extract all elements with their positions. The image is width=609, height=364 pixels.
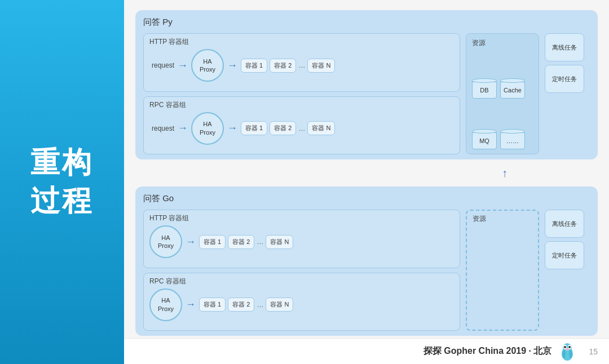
- svg-point-8: [569, 349, 572, 358]
- dots-cylinder: ……: [500, 129, 525, 149]
- go-rpc-group-label: RPC 容器组: [149, 277, 454, 286]
- go-resources: 资源: [466, 210, 539, 331]
- container-box: 容器 1: [199, 235, 226, 249]
- go-resources-empty: [473, 227, 532, 326]
- container-box: 容器 2: [228, 235, 254, 249]
- dots: …: [298, 125, 305, 132]
- py-rpc-containers: 容器 1 容器 2 … 容器 N: [241, 121, 335, 135]
- container-box: 容器 N: [307, 121, 335, 135]
- container-box: 容器 N: [307, 59, 335, 73]
- go-scheduled-task: 定时任务: [545, 241, 584, 269]
- go-offline-task: 离线任务: [545, 210, 584, 238]
- py-mq-row: MQ ……: [472, 102, 533, 149]
- go-tasks: 离线任务 定时任务: [545, 210, 590, 331]
- py-left-part: HTTP 容器组 request → HA Proxy → 容器 1 容器 2 …: [143, 33, 460, 154]
- mq-label: MQ: [472, 132, 497, 149]
- go-http-group-label: HTTP 容器组: [149, 214, 454, 223]
- container-box: 容器 2: [270, 121, 296, 135]
- db-label: DB: [472, 82, 497, 99]
- mq-cylinder: MQ: [472, 129, 497, 149]
- cache-label: Cache: [500, 82, 525, 99]
- py-scheduled-task: 定时任务: [545, 65, 584, 93]
- container-box: 容器 2: [270, 59, 296, 73]
- sidebar: 重构 过程: [0, 0, 124, 364]
- svg-point-6: [566, 348, 569, 350]
- svg-point-4: [564, 346, 566, 348]
- go-rpc-containers: 容器 1 容器 2 … 容器 N: [199, 298, 293, 312]
- footer-text: 探探 Gopher China 2019 · 北京: [423, 345, 552, 357]
- go-rpc-ha-proxy: HA Proxy: [149, 288, 182, 321]
- dots-label: ……: [500, 132, 525, 149]
- py-offline-task: 离线任务: [545, 33, 584, 61]
- py-resources: 资源 DB Cache: [466, 33, 539, 154]
- py-db-cache-row: DB Cache: [472, 51, 533, 99]
- sidebar-title: 重构 过程: [30, 144, 94, 220]
- container-box: 容器 2: [228, 298, 254, 312]
- rpc-group-label: RPC 容器组: [149, 100, 454, 110]
- container-box: 容器 N: [266, 298, 293, 312]
- container-box: 容器 1: [241, 121, 267, 135]
- py-http-request-label: request: [149, 61, 174, 69]
- http-group-label: HTTP 容器组: [149, 37, 454, 47]
- py-http-row: request → HA Proxy → 容器 1 容器 2 … 容器 N: [149, 49, 454, 82]
- vert-arrow-area: ↑: [135, 168, 598, 177]
- db-cylinder: DB: [472, 78, 497, 99]
- svg-point-5: [568, 346, 571, 348]
- footer: 探探 Gopher China 2019 · 北京 15: [124, 338, 609, 364]
- dots: …: [257, 301, 263, 309]
- py-rpc-request-label: request: [149, 125, 174, 132]
- dots: …: [257, 238, 263, 246]
- up-arrow-icon: ↑: [502, 167, 508, 179]
- go-rpc-row: HA Proxy → 容器 1 容器 2 … 容器 N: [149, 288, 454, 321]
- py-resources-label: 资源: [472, 38, 533, 48]
- go-http-ha-proxy: HA Proxy: [149, 225, 182, 258]
- go-resources-label: 资源: [473, 214, 532, 224]
- py-tasks: 离线任务 定时任务: [545, 33, 590, 154]
- dots: …: [298, 61, 305, 69]
- container-box: 容器 1: [241, 59, 267, 73]
- container-box: 容器 N: [266, 235, 293, 249]
- py-http-containers: 容器 1 容器 2 … 容器 N: [241, 59, 335, 73]
- cache-cylinder: Cache: [500, 78, 525, 99]
- go-http-row: HA Proxy → 容器 1 容器 2 … 容器 N: [149, 225, 454, 258]
- container-box: 容器 1: [199, 298, 226, 312]
- diagram-go: 问答 Go HTTP 容器组 HA Proxy → 容器 1 容器 2: [135, 187, 598, 336]
- diagram-go-title: 问答 Go: [143, 193, 590, 204]
- svg-point-7: [562, 349, 566, 358]
- page-number: 15: [589, 347, 598, 356]
- main-content: 问答 Py HTTP 容器组 request → HA Proxy →: [124, 0, 609, 364]
- diagram-py: 问答 Py HTTP 容器组 request → HA Proxy →: [135, 10, 598, 159]
- diagram-py-title: 问答 Py: [143, 17, 590, 28]
- py-http-ha-proxy: HA Proxy: [191, 49, 224, 82]
- gopher-mascot: [557, 341, 577, 362]
- py-rpc-ha-proxy: HA Proxy: [191, 112, 224, 145]
- py-rpc-row: request → HA Proxy → 容器 1 容器 2 … 容器 N: [149, 112, 454, 145]
- go-left-part: HTTP 容器组 HA Proxy → 容器 1 容器 2 … 容器 N: [143, 210, 460, 331]
- go-http-containers: 容器 1 容器 2 … 容器 N: [199, 235, 293, 249]
